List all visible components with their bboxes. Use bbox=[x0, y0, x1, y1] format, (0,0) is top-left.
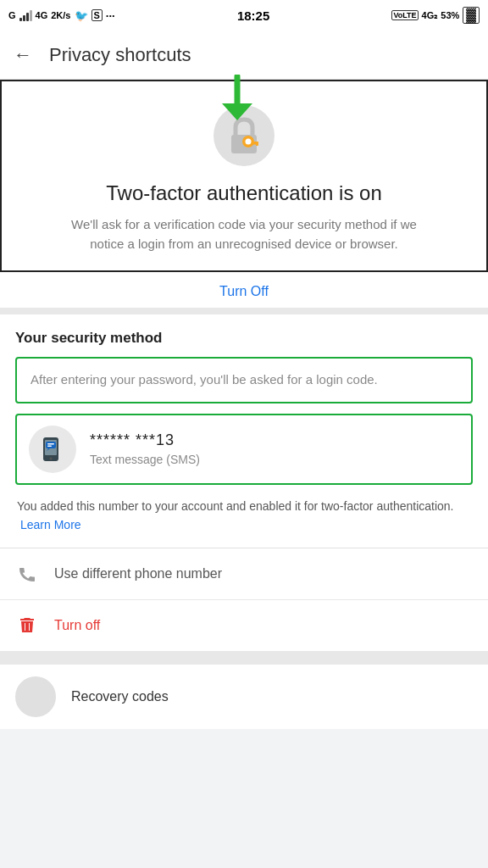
turn-off-row[interactable]: Turn off bbox=[0, 600, 488, 658]
volte-icon: VoLTE bbox=[391, 10, 418, 20]
network-4g: 4G bbox=[36, 10, 48, 20]
speed: 2K/s bbox=[51, 10, 70, 20]
lock-key-icon bbox=[225, 116, 263, 155]
extra-info-text: You added this number to your account an… bbox=[15, 497, 473, 548]
phone-icon-wrapper bbox=[29, 426, 76, 473]
battery-icon: ▓ bbox=[463, 7, 480, 24]
login-code-info-box: After entering your password, you'll be … bbox=[15, 357, 473, 403]
extra-info-static: You added this number to your account an… bbox=[17, 499, 453, 513]
recovery-avatar bbox=[15, 676, 56, 717]
page-title: Privacy shortcuts bbox=[49, 44, 191, 66]
recovery-codes-row[interactable]: Recovery codes bbox=[0, 658, 488, 729]
green-arrow-annotation bbox=[219, 75, 256, 120]
phone-handset-icon bbox=[17, 564, 37, 584]
security-method-section: Your security method After entering your… bbox=[0, 314, 488, 548]
sim-icon: S bbox=[92, 9, 103, 21]
security-section-title: Your security method bbox=[15, 330, 473, 347]
signal-4g bbox=[19, 9, 32, 21]
twofa-title: Two-factor authentication is on bbox=[106, 181, 382, 205]
svg-marker-1 bbox=[222, 103, 252, 120]
signal-g: G bbox=[8, 10, 16, 20]
status-time: 18:25 bbox=[237, 8, 269, 23]
svg-point-13 bbox=[50, 457, 53, 459]
svg-rect-11 bbox=[47, 443, 54, 445]
network-4g2: 4G₂ bbox=[422, 10, 438, 21]
twitter-icon: 🐦 bbox=[75, 9, 88, 22]
trash-action-icon bbox=[15, 615, 39, 636]
phone-method-info: ****** ***13 Text message (SMS) bbox=[90, 431, 200, 466]
status-right: VoLTE 4G₂ 53% ▓ bbox=[391, 7, 480, 24]
phone-number: ****** ***13 bbox=[90, 431, 200, 449]
back-button[interactable]: ← bbox=[14, 44, 32, 66]
svg-point-6 bbox=[246, 139, 252, 145]
phone-action-icon bbox=[15, 564, 39, 584]
turn-off-link[interactable]: Turn Off bbox=[219, 284, 269, 299]
turn-off-label: Turn off bbox=[54, 618, 100, 633]
svg-rect-5 bbox=[256, 142, 258, 146]
sms-phone-icon bbox=[37, 434, 68, 465]
battery-percent: 53% bbox=[441, 10, 459, 20]
learn-more-link[interactable]: Learn More bbox=[20, 518, 81, 531]
twofa-description: We'll ask for a verification code via yo… bbox=[66, 215, 422, 253]
svg-rect-12 bbox=[47, 445, 52, 447]
login-code-info-text: After entering your password, you'll be … bbox=[30, 372, 378, 387]
top-bar: ← Privacy shortcuts bbox=[0, 31, 488, 80]
status-bar: G 4G 2K/s 🐦 S ··· 18:25 VoLTE 4G₂ 53% ▓ bbox=[0, 0, 488, 31]
status-left: G 4G 2K/s 🐦 S ··· bbox=[8, 9, 115, 22]
turnoff-link-wrapper: Turn Off bbox=[0, 272, 488, 314]
trash-icon bbox=[17, 615, 37, 636]
use-different-phone-row[interactable]: Use different phone number bbox=[0, 548, 488, 600]
recovery-label: Recovery codes bbox=[71, 689, 169, 704]
svg-rect-9 bbox=[46, 442, 56, 448]
more-icon: ··· bbox=[106, 9, 115, 22]
use-different-phone-label: Use different phone number bbox=[54, 566, 222, 581]
phone-type: Text message (SMS) bbox=[90, 453, 200, 466]
phone-method-row[interactable]: ****** ***13 Text message (SMS) bbox=[15, 414, 473, 485]
